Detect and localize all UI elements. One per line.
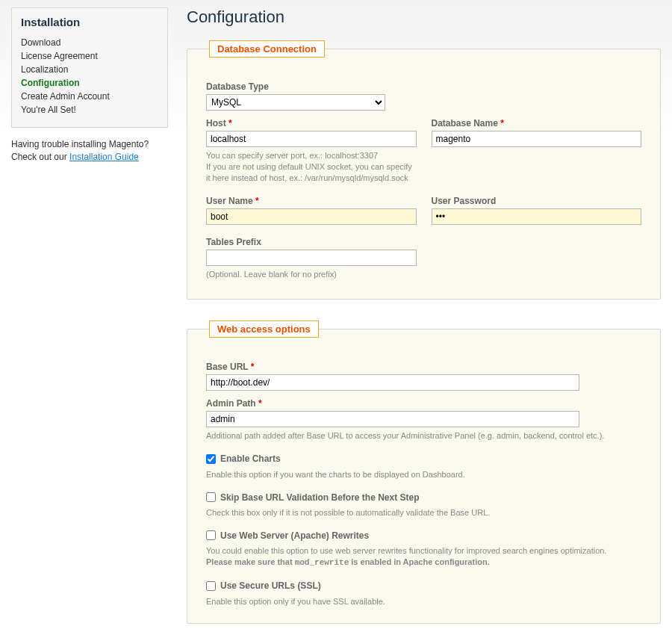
required-asterisk: *: [500, 118, 504, 128]
sidebar-item-create-admin[interactable]: Create Admin Account: [21, 90, 158, 103]
host-label: Host *: [206, 118, 417, 128]
installation-sidebar: Installation Download License Agreement …: [11, 7, 168, 635]
help-text-line2: Check out our: [11, 152, 69, 162]
tables-prefix-input[interactable]: [206, 250, 417, 266]
web-access-group: Web access options Base URL * Admin Path…: [187, 320, 661, 624]
skip-validation-hint: Check this box only if it is not possibl…: [206, 507, 641, 518]
database-connection-legend: Database Connection: [209, 40, 325, 58]
sidebar-item-localization[interactable]: Localization: [21, 63, 158, 76]
sidebar-item-download[interactable]: Download: [21, 36, 158, 49]
apache-rewrites-hint: You could enable this option to use web …: [206, 545, 641, 569]
skip-validation-label[interactable]: Skip Base URL Validation Before the Next…: [206, 492, 420, 503]
tables-prefix-label: Tables Prefix: [206, 237, 417, 247]
username-label: User Name *: [206, 196, 417, 206]
use-ssl-label[interactable]: Use Secure URLs (SSL): [206, 580, 321, 591]
page-title: Configuration: [187, 7, 661, 27]
enable-charts-hint: Enable this option if you want the chart…: [206, 469, 641, 480]
sidebar-item-license-agreement[interactable]: License Agreement: [21, 49, 158, 63]
enable-charts-checkbox[interactable]: [206, 454, 216, 464]
database-name-label: Database Name *: [432, 118, 642, 128]
username-input[interactable]: [206, 208, 417, 225]
installation-guide-link[interactable]: Installation Guide: [69, 152, 139, 162]
help-text-line1: Having trouble installing Magento?: [11, 139, 149, 149]
admin-path-input[interactable]: [206, 411, 579, 427]
required-asterisk: *: [251, 362, 255, 372]
use-ssl-checkbox[interactable]: [206, 581, 216, 591]
database-connection-group: Database Connection Database Type MySQL …: [187, 40, 661, 300]
sidebar-item-configuration[interactable]: Configuration: [21, 76, 158, 90]
main-content: Configuration Database Connection Databa…: [187, 7, 661, 635]
database-type-select[interactable]: MySQL: [206, 94, 385, 111]
host-hint: You can specify server port, ex.: localh…: [206, 150, 417, 184]
sidebar-help: Having trouble installing Magento? Check…: [11, 138, 168, 164]
database-name-input[interactable]: [432, 131, 642, 147]
admin-path-hint: Additional path added after Base URL to …: [206, 430, 641, 442]
use-ssl-hint: Enable this option only if you have SSL …: [206, 596, 641, 607]
required-asterisk: *: [228, 118, 232, 128]
required-asterisk: *: [255, 196, 259, 206]
installation-steps-box: Installation Download License Agreement …: [11, 7, 168, 128]
enable-charts-label[interactable]: Enable Charts: [206, 453, 281, 464]
admin-path-label: Admin Path *: [206, 398, 641, 409]
host-input[interactable]: [206, 131, 417, 147]
tables-prefix-hint: (Optional. Leave blank for no prefix): [206, 269, 417, 280]
required-asterisk: *: [258, 398, 262, 409]
database-type-label: Database Type: [206, 81, 641, 92]
user-password-label: User Password: [432, 196, 642, 206]
apache-rewrites-label[interactable]: Use Web Server (Apache) Rewrites: [206, 530, 369, 541]
web-access-legend: Web access options: [209, 320, 319, 338]
apache-rewrites-checkbox[interactable]: [206, 530, 216, 540]
skip-validation-checkbox[interactable]: [206, 492, 216, 502]
installation-steps-list: Download License Agreement Localization …: [21, 36, 158, 117]
base-url-label: Base URL *: [206, 362, 641, 372]
sidebar-item-all-set[interactable]: You're All Set!: [21, 103, 158, 117]
user-password-input[interactable]: [432, 208, 642, 225]
sidebar-title: Installation: [21, 16, 158, 28]
base-url-input[interactable]: [206, 374, 579, 391]
